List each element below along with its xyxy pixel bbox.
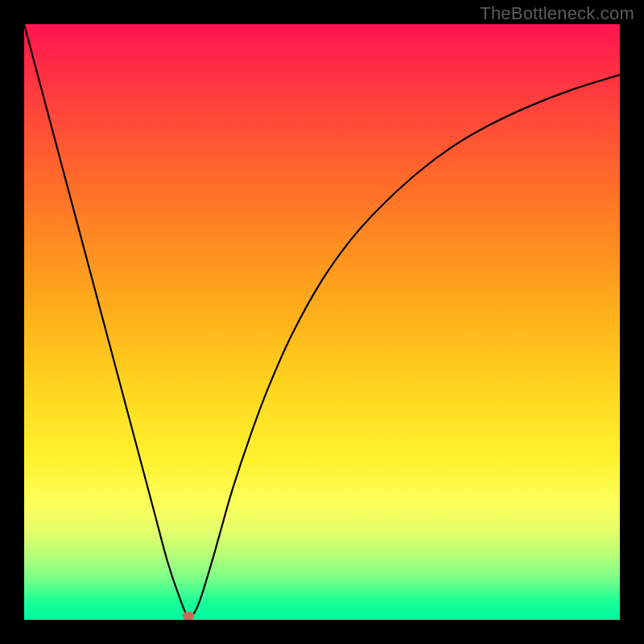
watermark-text: TheBottleneck.com (480, 3, 634, 24)
curve-svg (24, 24, 620, 620)
plot-area (24, 24, 620, 620)
chart-frame: TheBottleneck.com (0, 0, 644, 644)
optimum-marker (183, 612, 194, 620)
curve-path (24, 24, 620, 617)
